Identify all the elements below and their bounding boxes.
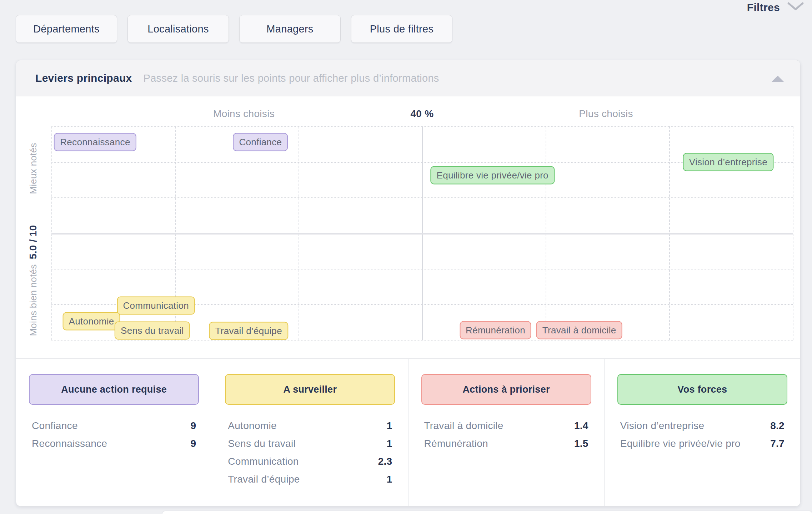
- chart-point-chip[interactable]: Autonomie: [63, 312, 120, 330]
- chart-point-chip[interactable]: Rémunération: [460, 321, 531, 339]
- legend-item-label: Rémunération: [424, 438, 488, 449]
- main-levers-card: Leviers principaux Passez la souris sur …: [16, 60, 801, 507]
- chart-point-chip[interactable]: Sens du travail: [115, 322, 190, 340]
- legend-item-value: 2.3: [378, 456, 392, 467]
- gridline-horizontal: [51, 126, 793, 127]
- legend-category-header: A surveiller: [225, 374, 395, 405]
- legend-item-value: 8.2: [770, 420, 785, 432]
- filter-button[interactable]: Départements: [16, 15, 117, 43]
- filter-button-row: DépartementsLocalisationsManagersPlus de…: [16, 15, 452, 43]
- legend-item: Equilibre vie privée/vie pro7.7: [605, 435, 800, 453]
- legend-column: Vos forcesVision d’entreprise8.2Equilibr…: [604, 359, 800, 506]
- gridline-horizontal: [51, 162, 793, 163]
- legend-item-label: Equilibre vie privée/vie pro: [620, 438, 741, 449]
- gridline-horizontal: [51, 269, 793, 269]
- legend-item-value: 1: [387, 438, 392, 449]
- legend-item-value: 1: [387, 420, 392, 432]
- legend-item-value: 1.4: [574, 420, 588, 432]
- legend-item-list: Confiance9Reconnaissance9: [16, 417, 212, 453]
- y-axis-label-top: Mieux notés: [28, 143, 39, 194]
- chart-point-chip[interactable]: Reconnaissance: [54, 133, 136, 151]
- legend-item: Travail d’équipe1: [212, 470, 408, 488]
- legend-item-value: 9: [190, 420, 196, 432]
- chart-point-chip[interactable]: Travail d’équipe: [209, 322, 288, 340]
- chart-point-chip[interactable]: Vision d’entreprise: [683, 153, 773, 171]
- chart-point-chip[interactable]: Confiance: [233, 133, 288, 151]
- legend-item: Communication2.3: [212, 453, 408, 470]
- legend-category-header: Actions à prioriser: [421, 374, 591, 405]
- y-axis-bottom-text: Moins bien notés: [28, 264, 39, 336]
- legend-item: Rémunération1.5: [408, 435, 604, 453]
- chart-point-chip[interactable]: Equilibre vie privée/vie pro: [431, 166, 555, 184]
- chevron-down-icon: [787, 1, 804, 14]
- gridline-vertical: [793, 126, 793, 340]
- scatter-plot-area: ReconnaissanceConfianceVision d’entrepri…: [51, 126, 793, 340]
- collapse-triangle-icon[interactable]: [771, 75, 785, 84]
- legend-item: Reconnaissance9: [16, 435, 212, 453]
- legend-item: Sens du travail1: [212, 435, 408, 453]
- legend-item-label: Travail d’équipe: [228, 474, 300, 485]
- legend-item-value: 9: [190, 438, 196, 449]
- legend-item-list: Autonomie1Sens du travail1Communication2…: [212, 417, 408, 488]
- legend-item: Confiance9: [16, 417, 212, 435]
- legend-item-value: 1: [387, 474, 392, 485]
- gridline-horizontal: [51, 197, 793, 198]
- filter-button[interactable]: Managers: [239, 15, 341, 43]
- legend-item-label: Reconnaissance: [32, 438, 107, 449]
- legend-item-label: Communication: [228, 456, 299, 467]
- gridline-horizontal: [51, 340, 793, 341]
- filter-button[interactable]: Localisations: [127, 15, 229, 43]
- legend-item-list: Vision d’entreprise8.2Equilibre vie priv…: [605, 417, 800, 453]
- legend-column: A surveillerAutonomie1Sens du travail1Co…: [212, 359, 408, 506]
- legend-column: Aucune action requiseConfiance9Reconnais…: [16, 359, 212, 506]
- legend-item-label: Autonomie: [228, 420, 277, 432]
- legend-item-list: Travail à domicile1.4Rémunération1.5: [408, 417, 604, 453]
- legend-item-label: Sens du travail: [228, 438, 296, 449]
- legend-category-header: Aucune action requise: [29, 374, 199, 405]
- legend-item: Vision d’entreprise8.2: [605, 417, 800, 435]
- legend-item: Travail à domicile1.4: [408, 417, 604, 435]
- legend-column: Actions à prioriserTravail à domicile1.4…: [408, 359, 604, 506]
- legend-item-value: 7.7: [770, 438, 785, 449]
- filters-toggle-label: Filtres: [747, 1, 780, 14]
- legend-category-header: Vos forces: [617, 374, 787, 405]
- x-axis-label-less: Moins choisis: [213, 108, 275, 120]
- chart-point-chip[interactable]: Communication: [117, 297, 195, 315]
- card-title: Leviers principaux: [35, 72, 132, 84]
- y-axis-label-bottom: Moins bien notés5.0 / 10: [27, 225, 39, 336]
- legend-item: Autonomie1: [212, 417, 408, 435]
- legend-item-value: 1.5: [574, 438, 588, 449]
- card-subtitle: Passez la souris sur les points pour aff…: [144, 72, 439, 84]
- y-axis-mid-value: 5.0 / 10: [27, 225, 39, 259]
- x-axis-label-center: 40 %: [410, 108, 433, 120]
- legend-section: Aucune action requiseConfiance9Reconnais…: [16, 358, 800, 506]
- card-header[interactable]: Leviers principaux Passez la souris sur …: [16, 60, 800, 96]
- filters-toggle[interactable]: Filtres: [747, 1, 804, 14]
- legend-item-label: Confiance: [32, 420, 78, 432]
- x-axis-label-more: Plus choisis: [579, 108, 633, 120]
- legend-item-label: Vision d’entreprise: [620, 420, 705, 432]
- next-card-peek: [162, 511, 812, 514]
- gridline-horizontal: [51, 233, 793, 235]
- chart-point-chip[interactable]: Travail à domicile: [536, 321, 622, 339]
- filter-button[interactable]: Plus de filtres: [351, 15, 452, 43]
- legend-item-label: Travail à domicile: [424, 420, 503, 432]
